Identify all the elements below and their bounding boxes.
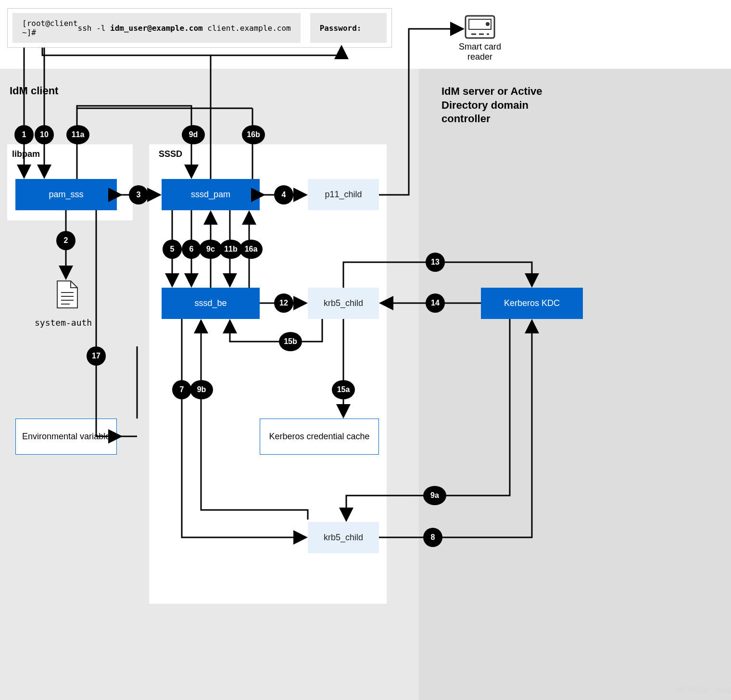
badge-5: 5 [163,240,182,259]
smartcard-reader-label: Smart card reader [450,42,510,62]
badge-17: 17 [87,346,106,366]
badge-4: 4 [274,185,293,204]
idm-server-label: IdM server or Active Directory domain co… [441,85,567,126]
terminal-ssh-2: client.example.com [203,24,291,33]
pam-sss-box: pam_sss [15,179,117,210]
terminal-password-box: Password: [310,13,387,43]
kerberos-kdc-box: Kerberos KDC [481,288,583,319]
badge-1: 1 [14,125,34,144]
terminal-container: [root@client ~]# ssh -l idm_user@example… [7,8,392,48]
badge-15a: 15a [332,380,355,399]
terminal-ssh-user: idm_user@example.com [110,24,203,33]
sssd-be-box: sssd_be [162,288,260,319]
badge-9c: 9c [199,240,222,259]
badge-2: 2 [56,231,76,250]
smartcard-reader-icon [465,15,495,41]
environmental-variable-box: Environmental variable [15,419,117,455]
idm-client-label: IdM client [10,85,58,97]
badge-16a: 16a [239,240,263,259]
sssd-label: SSSD [159,149,182,159]
badge-11a: 11a [66,125,89,144]
badge-9b: 9b [190,380,213,399]
badge-16b: 16b [242,125,265,144]
system-auth-label: system-auth [35,318,92,328]
terminal-ssh-box: [root@client ~]# ssh -l idm_user@example… [13,13,301,43]
badge-3: 3 [129,185,148,204]
badge-6: 6 [182,240,201,259]
badge-9d: 9d [182,125,205,144]
terminal-password-label: Password: [320,24,362,33]
badge-15b: 15b [279,332,302,351]
badge-13: 13 [426,253,445,272]
badge-11b: 11b [219,240,242,259]
libpam-label: libpam [12,149,40,159]
kerberos-credential-cache-box: Kerberos credential cache [260,419,379,455]
badge-12: 12 [274,293,293,313]
p11-child-box: p11_child [308,179,379,210]
footer-code: 169_RHEL_0621 [672,687,731,695]
badge-8: 8 [423,528,442,547]
krb5-child-1-box: krb5_child [308,288,379,319]
terminal-ssh-1: ssh -l [78,24,110,33]
sssd-pam-box: sssd_pam [162,179,260,210]
terminal-prompt: [root@client ~]# [22,19,78,37]
krb5-child-2-box: krb5_child [308,522,379,553]
document-icon [56,280,78,311]
badge-9a: 9a [423,486,446,505]
badge-14: 14 [426,293,445,313]
svg-point-5 [486,22,490,26]
badge-7: 7 [172,380,191,399]
idm-server-background [419,69,731,700]
badge-10: 10 [35,125,54,144]
